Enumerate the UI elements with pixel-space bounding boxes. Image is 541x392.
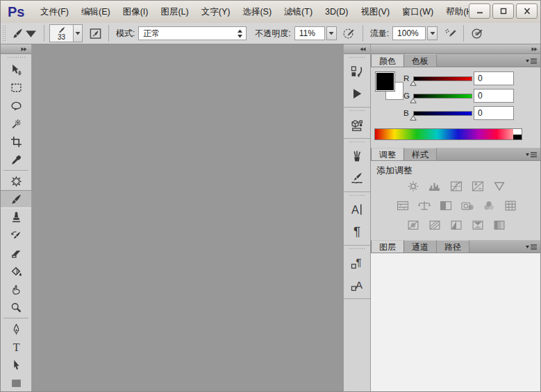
spot-healing-brush-tool[interactable] [1,172,32,190]
blend-mode-select[interactable]: 正常 [138,26,247,40]
history-panel[interactable] [344,60,370,83]
tab-color[interactable]: 颜色 [371,54,404,67]
character-styles-panel[interactable]: A [344,274,370,296]
adj-black-white[interactable] [438,199,454,212]
adj-channel-mixer[interactable] [481,199,497,212]
crop-tool[interactable] [1,133,32,151]
blue-slider-thumb[interactable] [410,115,417,121]
white-black-swatches[interactable] [513,129,522,139]
rectangle-tool[interactable] [1,374,32,392]
menu-item-1[interactable]: 编辑(E) [75,3,117,22]
menu-item-5[interactable]: 选择(S) [236,3,278,22]
green-slider[interactable] [413,94,472,99]
color-spectrum-ramp[interactable] [374,128,522,140]
brush-preset-picker[interactable]: 33 [49,24,74,42]
menu-item-8[interactable]: 视图(V) [354,3,396,22]
tab-channels[interactable]: 通道 [404,240,437,253]
dock-collapse-header[interactable] [371,44,541,54]
eyedropper-tool[interactable] [1,151,32,169]
dodge-tool[interactable] [1,298,32,316]
tab-layers[interactable]: 图层 [371,240,404,253]
clone-stamp-tool[interactable] [1,208,32,226]
red-value-input[interactable]: 0 [474,71,514,85]
opacity-dropdown-button[interactable] [326,26,337,40]
paint-bucket-tool[interactable] [1,262,32,280]
flow-dropdown-button[interactable] [427,26,438,40]
smudge-tool[interactable] [1,280,32,298]
adj-color-balance[interactable] [416,199,433,212]
workspace-canvas[interactable] [32,44,343,392]
opacity-input[interactable]: 11% [294,26,325,40]
green-value-input[interactable]: 0 [474,89,514,103]
adj-brightness-contrast[interactable] [405,180,422,193]
tablet-pressure-opacity-button[interactable] [341,25,358,42]
win-maximize[interactable] [492,3,514,19]
panel-group-grip[interactable] [349,110,365,112]
rectangular-marquee-tool[interactable] [1,78,32,96]
adj-selective-color[interactable] [491,219,508,232]
adj-posterize[interactable] [426,219,443,232]
menu-item-9[interactable]: 窗口(W) [396,3,440,22]
tab-swatches[interactable]: 色板 [404,54,437,67]
green-slider-thumb[interactable] [410,98,417,103]
adj-hue-saturation[interactable] [394,199,411,212]
type-tool[interactable]: T [1,338,32,356]
menu-item-6[interactable]: 滤镜(T) [278,3,319,22]
toolbar-collapse-header[interactable] [1,44,31,54]
menu-item-4[interactable]: 文字(Y) [195,3,237,22]
tool-preset-picker[interactable] [10,26,39,41]
adj-color-lookup[interactable] [502,199,519,212]
layers-panel-empty-area[interactable] [371,253,541,392]
win-close[interactable] [516,3,538,19]
paragraph-styles-panel[interactable]: ¶ [344,252,370,274]
spectrum-gradient[interactable] [375,129,513,139]
adj-curves[interactable] [448,180,465,193]
panel-group-grip[interactable] [349,194,365,197]
tablet-pressure-size-button[interactable] [469,25,485,42]
history-brush-tool[interactable] [1,226,32,244]
toggle-brush-panel-button[interactable] [87,25,103,42]
panel-group-grip[interactable] [349,248,365,250]
panel-group-grip[interactable] [349,56,365,59]
brush-preset-dropdown-button[interactable] [74,24,83,42]
paragraph-panel[interactable]: ¶ [344,221,370,243]
brush-tool[interactable] [1,190,32,208]
menu-item-7[interactable]: 3D(D) [319,3,354,20]
eraser-tool[interactable] [1,244,32,262]
lasso-tool[interactable] [1,96,32,114]
magic-wand-tool[interactable] [1,114,32,133]
win-minimize[interactable] [469,3,490,19]
tab-adjustments[interactable]: 调整 [371,148,404,160]
red-slider-thumb[interactable] [410,80,417,86]
blue-slider[interactable] [413,111,472,116]
pen-tool[interactable] [1,320,32,338]
adj-vibrance[interactable] [491,180,508,193]
adj-exposure[interactable] [469,180,486,193]
menu-item-3[interactable]: 图层(L) [154,3,194,22]
adj-gradient-map[interactable] [469,219,486,232]
panel-menu-icon[interactable] [525,244,538,250]
layer-comps-panel[interactable] [344,114,370,136]
tab-paths[interactable]: 路径 [437,240,469,253]
adj-threshold[interactable] [448,219,465,232]
panel-menu-icon[interactable] [525,58,538,65]
options-bar-grip[interactable] [2,25,7,42]
actions-panel[interactable] [344,83,370,105]
menu-item-2[interactable]: 图像(I) [117,3,155,22]
adj-invert[interactable] [405,219,422,232]
foreground-color-swatch[interactable] [376,72,394,91]
tab-styles[interactable]: 样式 [404,148,437,160]
flow-input[interactable]: 100% [392,26,426,40]
brush-presets-panel[interactable] [344,145,370,167]
airbrush-button[interactable] [442,25,458,42]
adj-photo-filter[interactable] [459,199,476,212]
menu-item-0[interactable]: 文件(F) [34,3,75,22]
panel-menu-icon[interactable] [525,151,538,158]
red-slider[interactable] [413,76,472,81]
blue-value-input[interactable]: 0 [474,106,514,120]
character-panel[interactable]: A [344,198,370,221]
adj-levels[interactable] [426,180,443,193]
brush-settings-panel[interactable] [344,167,370,189]
panel-group-grip[interactable] [349,141,365,144]
toolbar-grip[interactable] [7,56,25,59]
